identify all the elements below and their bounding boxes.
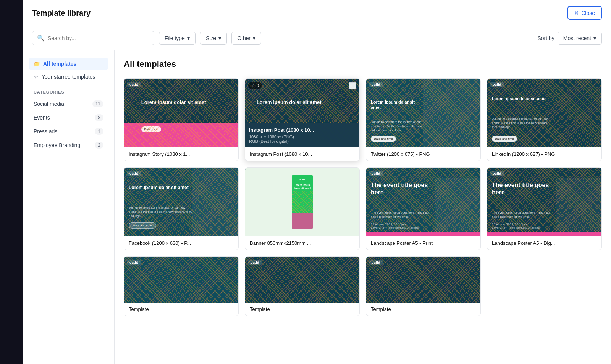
category-press-ads[interactable]: Press ads 1 — [29, 125, 108, 138]
nav-sidebar: 📁 All templates ☆ Your starred templates… — [23, 50, 115, 364]
other-label: Other — [237, 35, 251, 41]
star-icon-2: ☆ — [251, 83, 255, 88]
sort-chevron-icon: ▾ — [593, 35, 596, 41]
card-name-2: Instagram Post (1080 x 10... — [250, 151, 355, 157]
filter-bar: 🔍 File type ▾ Size ▾ Other ▾ Sort by Mos… — [23, 26, 611, 50]
other-filter[interactable]: Other ▾ — [231, 32, 261, 45]
card-name-7: Landscape Poster A5 - Print — [371, 240, 476, 246]
template-card-11[interactable]: outfit Template — [366, 256, 481, 316]
thumb-logo-5: outfit — [127, 171, 141, 176]
thumb-btn-5: Date and time — [129, 222, 156, 229]
thumb-text-5: Lorem ipsum dolar sit amet — [129, 185, 192, 191]
template-card-2[interactable]: Lorem ipsum dolar sit amet ☆ 0 Instagram… — [245, 78, 360, 161]
card-name-3: Twitter (1200 x 675) - PNG — [371, 151, 476, 157]
template-card-7[interactable]: outfit The event title goes here The eve… — [366, 167, 481, 250]
sort-button[interactable]: Most recent ▾ — [558, 32, 602, 45]
search-container: 🔍 — [32, 31, 154, 45]
photo-3 — [423, 79, 481, 147]
size-label: Size — [206, 35, 216, 41]
thumb-text-8: The event title goes here — [492, 181, 556, 196]
star-badge-2: ☆ 0 — [248, 82, 262, 89]
thumb-text-3: Lorem ipsum dolar sit amet — [371, 99, 423, 110]
card-footer-9: Template — [124, 303, 238, 316]
template-card-3[interactable]: outfit Lorem ipsum dolar sit amet Join u… — [366, 78, 481, 161]
banner-photo — [292, 191, 313, 213]
card-name-5: Facebook (1200 x 630) - P... — [129, 240, 234, 246]
nav-starred[interactable]: ☆ Your starred templates — [29, 71, 108, 83]
thumb-logo-11: outfit — [369, 260, 383, 265]
card-name-10: Template — [250, 306, 355, 312]
thumb-4: outfit Lorem ipsum dolar sit amet Join u… — [487, 79, 601, 147]
other-chevron-icon: ▾ — [253, 35, 255, 41]
banner-logo: outfit — [299, 178, 305, 181]
card-footer-1: Instagram Story (1080 x 1... — [124, 147, 238, 161]
modal-title: Template library — [32, 9, 91, 18]
thumb-desc-4: Join us to celebrate the launch of our n… — [492, 116, 550, 129]
category-social-media[interactable]: Social media 11 — [29, 97, 108, 110]
tooltip-meta1-2: 1080px x 1080px (PNG) — [249, 134, 356, 139]
size-filter[interactable]: Size ▾ — [200, 32, 227, 45]
events-count: 8 — [95, 114, 103, 121]
close-label: Close — [581, 10, 595, 16]
template-card-6[interactable]: outfit Lorem ipsum dolar sit amet Banner… — [245, 167, 360, 250]
card-name-4: LinkedIn (1200 x 627) - PNG — [492, 151, 597, 157]
thumb-text-2: Lorem ipsum dolar sit amet — [257, 99, 322, 106]
card-name-9: Template — [129, 306, 234, 312]
thumb-logo-7: outfit — [369, 171, 383, 176]
search-icon: 🔍 — [37, 34, 45, 42]
card-footer-4: LinkedIn (1200 x 627) - PNG — [487, 147, 601, 161]
thumb-desc-3: Join us to celebrate the launch of our n… — [371, 120, 423, 133]
modal-header: Template library ✕ Close — [23, 0, 611, 26]
thumb-8: outfit The event title goes here The eve… — [487, 168, 601, 236]
thumb-logo-8: outfit — [490, 171, 504, 176]
close-button[interactable]: ✕ Close — [567, 6, 602, 20]
card-footer-11: Template — [366, 303, 480, 316]
card-name-6: Banner 850mmx2150mm ... — [250, 240, 355, 246]
file-type-filter[interactable]: File type ▾ — [159, 32, 196, 45]
all-templates-label: All templates — [43, 61, 76, 67]
nav-all-templates[interactable]: 📁 All templates — [29, 58, 108, 70]
confetti-1 — [124, 79, 238, 147]
card-footer-10: Template — [245, 303, 359, 316]
file-type-chevron-icon: ▾ — [187, 35, 190, 41]
template-card-9[interactable]: outfit Template — [124, 256, 239, 316]
social-media-count: 11 — [92, 100, 103, 107]
template-grid: outfit Lorem ipsum dolar sit amet Date, … — [124, 78, 602, 316]
photo-8 — [556, 178, 601, 236]
thumb-text-7: The event title goes here — [371, 181, 435, 196]
thumb-logo-9: outfit — [127, 260, 141, 265]
employee-branding-label: Employee Branding — [34, 142, 80, 148]
thumb-2: Lorem ipsum dolar sit amet ☆ 0 Instagram… — [245, 79, 359, 147]
thumb-7: outfit The event title goes here The eve… — [366, 168, 480, 236]
tooltip-name-2: Instagram Post (1080 x 10... — [249, 127, 356, 133]
sort-by-label: Sort by — [538, 35, 554, 41]
template-card-8[interactable]: outfit The event title goes here The eve… — [487, 167, 602, 250]
thumb-date-7: 25 August 2022, 05:15pmLevel 2, 47 Petre… — [371, 223, 419, 230]
template-card-10[interactable]: outfit Template — [245, 256, 360, 316]
thumb-6: outfit Lorem ipsum dolar sit amet — [245, 168, 359, 236]
template-card-5[interactable]: outfit Lorem ipsum dolar sit amet Join u… — [124, 167, 239, 250]
template-card-1[interactable]: outfit Lorem ipsum dolar sit amet Date, … — [124, 78, 239, 161]
categories-section-label: CATEGORIES — [29, 84, 108, 97]
thumb-desc-7: The event description goes here. This in… — [371, 210, 435, 219]
modal-body: 📁 All templates ☆ Your starred templates… — [23, 50, 611, 364]
search-input[interactable] — [48, 35, 149, 41]
card-name-1: Instagram Story (1080 x 1... — [129, 151, 234, 157]
template-card-4[interactable]: outfit Lorem ipsum dolar sit amet Join u… — [487, 78, 602, 161]
card-footer-3: Twitter (1200 x 675) - PNG — [366, 147, 480, 161]
checkbox-2[interactable] — [349, 82, 356, 89]
content-area: All templates outfit Lorem ipsum dolar s… — [115, 50, 611, 364]
photo-5 — [192, 168, 238, 236]
card-footer-6: Banner 850mmx2150mm ... — [245, 236, 359, 250]
thumb-text-4: Lorem ipsum dolar sit amet — [492, 96, 550, 101]
content-title: All templates — [124, 59, 602, 69]
card-name-8: Landscape Poster A5 - Dig... — [492, 240, 597, 246]
category-employee-branding[interactable]: Employee Branding 2 — [29, 139, 108, 152]
card-footer-2: Instagram Post (1080 x 10... — [245, 147, 359, 161]
sort-value: Most recent — [563, 35, 591, 41]
thumb-3: outfit Lorem ipsum dolar sit amet Join u… — [366, 79, 480, 147]
pink-bar-7 — [366, 232, 480, 236]
thumb-logo-3: outfit — [369, 82, 383, 87]
category-events[interactable]: Events 8 — [29, 111, 108, 124]
thumb-desc-5: Join us to celebrate the launch of our n… — [129, 205, 192, 218]
